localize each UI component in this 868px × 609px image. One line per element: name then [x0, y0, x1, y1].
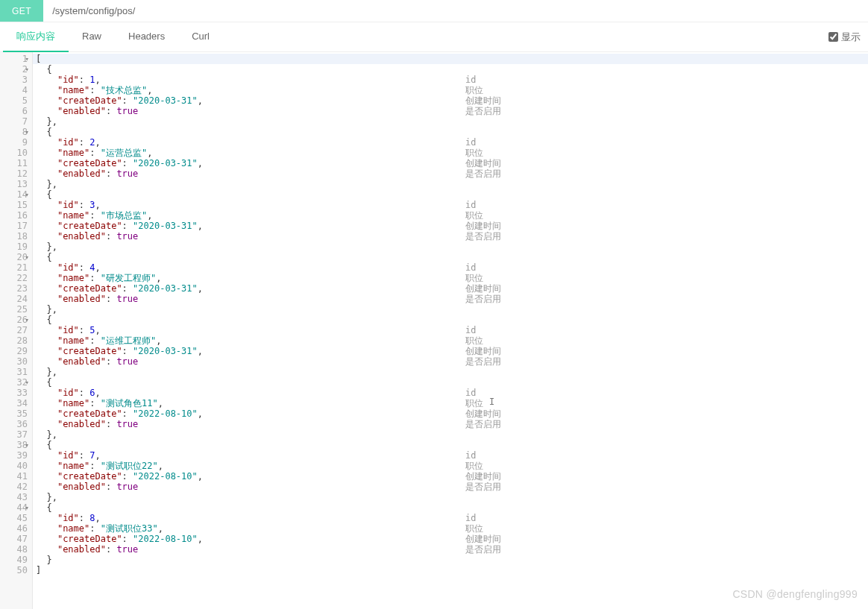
json-editor: 1234567891011121314151617181920212223242…: [0, 52, 868, 609]
request-bar: GET: [0, 0, 868, 22]
tab-raw[interactable]: Raw: [69, 23, 115, 51]
display-label: 显示: [841, 31, 861, 44]
annotation-column: id职位创建时间是否启用id职位创建时间是否启用id职位创建时间是否启用id职位…: [465, 54, 501, 575]
tab-response-body[interactable]: 响应内容: [3, 22, 69, 52]
http-method-badge[interactable]: GET: [0, 0, 43, 22]
tab-curl[interactable]: Curl: [178, 23, 223, 51]
line-gutter: 1234567891011121314151617181920212223242…: [0, 52, 33, 609]
response-tabs: 响应内容 Raw Headers Curl 显示: [0, 22, 868, 52]
tab-headers[interactable]: Headers: [115, 23, 178, 51]
display-toggle[interactable]: 显示: [828, 31, 865, 44]
url-input[interactable]: [43, 0, 868, 22]
code-area[interactable]: [ { "id": 1, "name": "技术总监", "createDate…: [33, 52, 868, 609]
display-checkbox[interactable]: [828, 32, 838, 42]
code-content: [ { "id": 1, "name": "技术总监", "createDate…: [36, 54, 868, 575]
